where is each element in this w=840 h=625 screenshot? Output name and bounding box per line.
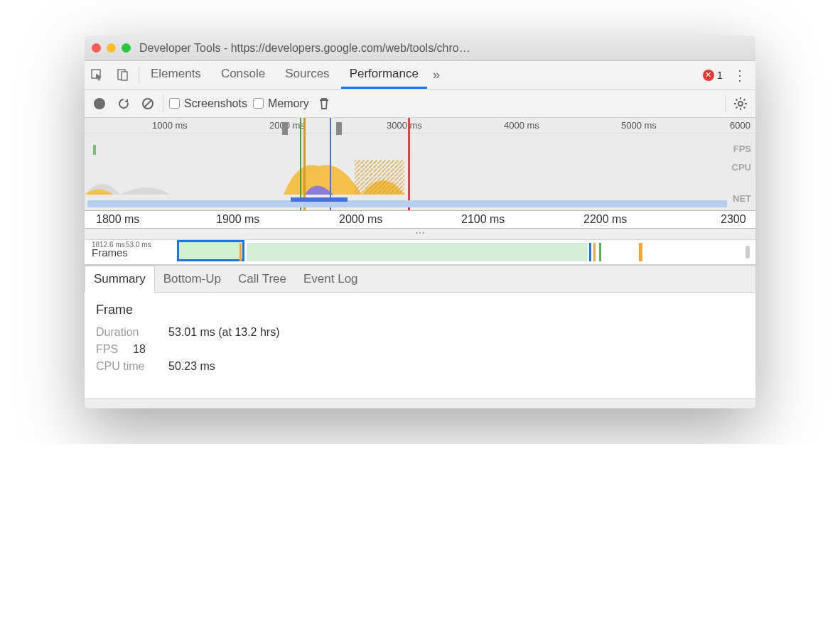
memory-label: Memory — [268, 97, 309, 110]
tick-label: 5000 ms — [621, 120, 657, 131]
zoom-icon[interactable] — [122, 43, 131, 53]
tab-performance[interactable]: Performance — [341, 61, 427, 89]
error-indicator[interactable]: ✕ 1 — [703, 69, 723, 81]
minimize-icon[interactable] — [107, 43, 116, 53]
stat-fps: FPS 18 — [96, 343, 744, 356]
settings-icon[interactable] — [731, 94, 750, 113]
record-button[interactable] — [90, 94, 109, 113]
reload-icon[interactable] — [114, 94, 133, 113]
svg-line-4 — [144, 100, 151, 107]
tab-event-log[interactable]: Event Log — [295, 266, 367, 292]
tick-label: 2300 — [721, 213, 746, 226]
frames-track[interactable]: Frames 1812.6 ms 53.0 ms 250.2 ms — [85, 240, 755, 266]
memory-checkbox[interactable]: Memory — [253, 97, 309, 110]
selection-left[interactable] — [303, 118, 306, 210]
traffic-lights — [92, 43, 131, 53]
screenshots-label: Screenshots — [184, 97, 247, 110]
frame-time: 1812.6 ms — [92, 241, 125, 249]
close-icon[interactable] — [92, 43, 101, 53]
tick-label: 1800 ms — [96, 213, 139, 226]
frame-marker — [239, 243, 242, 261]
tick-label: 3000 ms — [387, 120, 422, 131]
error-icon: ✕ — [703, 70, 714, 81]
stat-value: 50.23 ms — [168, 360, 215, 373]
frame-marker — [593, 243, 596, 261]
frame-marker — [589, 243, 591, 261]
panel-tabs: Elements Console Sources Performance — [142, 61, 427, 89]
overview-timeline[interactable]: 1000 ms 2000 ms 3000 ms 4000 ms 5000 ms … — [85, 118, 755, 210]
window-title: Developer Tools - https://developers.goo… — [139, 42, 470, 55]
tab-elements[interactable]: Elements — [142, 61, 210, 89]
devtools-tabbar: Elements Console Sources Performance » ✕… — [85, 61, 755, 89]
svg-point-5 — [738, 102, 743, 106]
cpu-activity — [85, 159, 198, 195]
divider — [139, 67, 139, 84]
overview-ruler: 1000 ms 2000 ms 3000 ms 4000 ms 5000 ms … — [85, 118, 755, 134]
screenshots-checkbox[interactable]: Screenshots — [169, 97, 247, 110]
frame-block[interactable] — [247, 243, 588, 261]
frame-selected[interactable] — [177, 240, 244, 261]
stat-value: 18 — [133, 343, 146, 356]
tick-label: 6000 — [730, 120, 750, 131]
statusbar — [85, 398, 755, 408]
perf-toolbar: Screenshots Memory — [85, 89, 755, 118]
range-handle[interactable] — [336, 122, 342, 135]
tick-label: 2000 ms — [339, 213, 382, 226]
fps-bar — [93, 145, 96, 155]
frame-marker — [639, 243, 642, 261]
track-cpu-label: CPU — [732, 162, 751, 173]
frame-marker — [599, 243, 601, 261]
tick-label: 2100 ms — [461, 213, 505, 226]
devtools-window: Developer Tools - https://developers.goo… — [85, 36, 755, 408]
tab-console[interactable]: Console — [212, 61, 274, 89]
error-count: 1 — [717, 69, 723, 81]
range-handle[interactable] — [282, 122, 288, 135]
marker-line — [300, 118, 301, 210]
track-fps-label: FPS — [733, 143, 751, 154]
net-strip — [87, 200, 727, 207]
garbage-collect-icon[interactable] — [315, 94, 333, 113]
checkbox-icon — [169, 98, 180, 109]
track-net-label: NET — [733, 193, 751, 204]
net-strip — [291, 197, 348, 202]
divider — [163, 95, 163, 112]
tab-summary[interactable]: Summary — [85, 266, 155, 293]
detail-ruler[interactable]: 1800 ms 1900 ms 2000 ms 2100 ms 2200 ms … — [85, 210, 755, 229]
tab-call-tree[interactable]: Call Tree — [230, 266, 295, 292]
tick-label: 2200 ms — [583, 213, 627, 226]
tab-bottom-up[interactable]: Bottom-Up — [155, 266, 230, 292]
tick-label: 4000 ms — [504, 120, 539, 131]
tick-label: 1900 ms — [216, 213, 259, 226]
clear-icon[interactable] — [139, 94, 157, 113]
stat-value: 53.01 ms (at 13.2 hrs) — [168, 326, 280, 339]
checkbox-icon — [253, 98, 264, 109]
device-toggle-icon[interactable] — [110, 65, 136, 85]
more-tabs-icon[interactable]: » — [427, 67, 446, 82]
frame-time: 53.0 ms — [126, 241, 151, 249]
svg-rect-2 — [122, 72, 127, 80]
kebab-menu-icon[interactable]: ⋮ — [728, 67, 751, 84]
scrollbar-thumb[interactable] — [745, 246, 750, 259]
collapse-handle[interactable]: ⋯ — [85, 229, 755, 240]
marker-line — [330, 118, 331, 210]
selection-right[interactable] — [408, 118, 410, 210]
divider — [725, 95, 726, 112]
tick-label: 1000 ms — [152, 120, 188, 131]
stat-label: CPU time — [96, 360, 160, 373]
detail-tabs: Summary Bottom-Up Call Tree Event Log — [85, 266, 755, 293]
inspect-icon[interactable] — [85, 65, 110, 85]
stat-label: Duration — [96, 326, 160, 339]
summary-panel: Frame Duration 53.01 ms (at 13.2 hrs) FP… — [85, 293, 755, 398]
detail-title: Frame — [96, 303, 744, 317]
tab-sources[interactable]: Sources — [276, 61, 338, 89]
stat-duration: Duration 53.01 ms (at 13.2 hrs) — [96, 326, 744, 339]
window-titlebar[interactable]: Developer Tools - https://developers.goo… — [85, 36, 755, 61]
stat-cpu-time: CPU time 50.23 ms — [96, 360, 744, 373]
stat-label: FPS — [96, 343, 124, 356]
cpu-activity — [284, 156, 411, 195]
